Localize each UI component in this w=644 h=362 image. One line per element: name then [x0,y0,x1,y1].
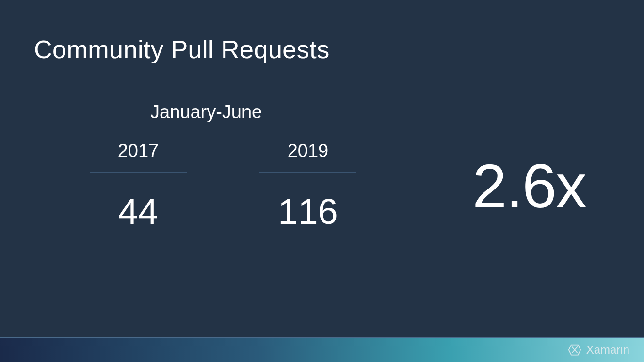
brand-logo: Xamarin [568,343,629,357]
xamarin-icon [568,343,581,357]
stat-value: 44 [118,191,158,232]
stats-container: 2017 44 2019 116 [85,141,361,232]
stat-year-label: 2017 [118,141,159,161]
brand-name: Xamarin [586,343,629,357]
footer-bar: Xamarin [0,337,644,362]
divider [90,172,187,173]
slide-title: Community Pull Requests [34,35,330,64]
multiplier-text: 2.6x [472,150,586,221]
stat-column-2019: 2019 116 [255,141,361,232]
stat-value: 116 [278,191,338,232]
stat-column-2017: 2017 44 [85,141,192,232]
stat-year-label: 2019 [288,141,329,161]
divider [259,172,356,173]
slide-subtitle: January-June [150,102,262,123]
